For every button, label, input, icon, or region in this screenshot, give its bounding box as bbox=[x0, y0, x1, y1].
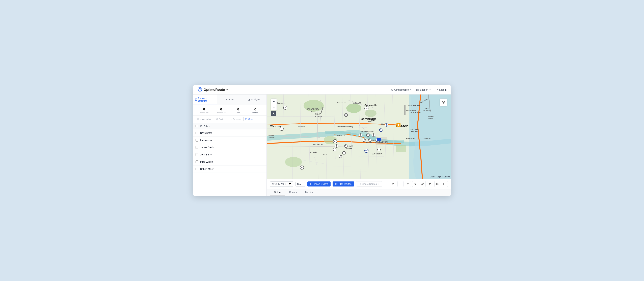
driver-row-2[interactable]: Ian Johnson bbox=[193, 137, 266, 144]
driver-checkbox-5[interactable] bbox=[196, 160, 198, 163]
tab-plan-optimize[interactable]: Plan and Optimize bbox=[193, 95, 217, 105]
driver-checkbox-2[interactable] bbox=[196, 139, 198, 142]
nav-tabs: Plan and Optimize Live bbox=[193, 95, 266, 105]
transit-marker-14: T bbox=[379, 128, 382, 132]
transit-marker-11: T bbox=[338, 155, 342, 158]
svg-point-47 bbox=[346, 104, 362, 113]
toolbar: Unschedule Switch Reverse bbox=[193, 116, 266, 123]
driver-row-5[interactable]: Mike Wilson bbox=[193, 158, 266, 165]
branch-tool-button[interactable] bbox=[427, 181, 433, 187]
share-routes-chevron: ▼ bbox=[378, 183, 379, 185]
driver-checkbox-4[interactable] bbox=[196, 153, 198, 156]
driver-checkbox-3[interactable] bbox=[196, 146, 198, 149]
tab-analytics[interactable]: Analytics bbox=[242, 95, 266, 105]
driver-row-1[interactable]: Dave Smith bbox=[193, 129, 266, 137]
select-all-checkbox[interactable] bbox=[196, 125, 198, 127]
unscheduled-value: 0 bbox=[213, 107, 230, 111]
zoom-in-button[interactable]: + bbox=[271, 99, 276, 104]
bottom-tabs-bar: Orders Routes Timeline bbox=[267, 189, 451, 196]
svg-line-62 bbox=[360, 183, 360, 184]
topbar: OptimoRoute™ Administration ▼ Support ▼ bbox=[193, 85, 451, 95]
plan-routes-button[interactable]: Plan Routes bbox=[332, 181, 354, 186]
svg-rect-19 bbox=[200, 126, 202, 127]
svg-point-48 bbox=[365, 110, 376, 117]
svg-point-8 bbox=[417, 90, 417, 90]
route-tool-button[interactable] bbox=[420, 181, 426, 187]
zoom-out-button[interactable]: − bbox=[271, 104, 276, 110]
plan-routes-label: Plan Routes bbox=[338, 183, 351, 185]
route-circle-20: 20 bbox=[333, 139, 337, 143]
driver-row-6[interactable]: Robert Miller bbox=[193, 165, 266, 173]
stats-row: 0 Scheduled 0 Unscheduled 0 Total 0 Rout… bbox=[193, 105, 266, 116]
logout-button[interactable]: Logout bbox=[436, 89, 446, 91]
import-orders-button[interactable]: Import Orders bbox=[308, 181, 330, 186]
svg-rect-15 bbox=[248, 100, 248, 101]
lock-tool-button[interactable] bbox=[398, 181, 404, 187]
switch-button[interactable]: Switch bbox=[214, 117, 227, 121]
svg-rect-16 bbox=[249, 99, 249, 101]
driver-name-1: Dave Smith bbox=[200, 132, 212, 134]
map-draw-button[interactable] bbox=[271, 111, 276, 116]
bottom-action-bar: Day Import Orders Plan Routes bbox=[267, 179, 451, 189]
logo-tm: ™ bbox=[226, 89, 228, 91]
svg-rect-7 bbox=[416, 89, 419, 91]
route-circle-28: 28 bbox=[283, 106, 287, 110]
day-select[interactable]: Day bbox=[295, 182, 306, 186]
tab-routes[interactable]: Routes bbox=[285, 189, 301, 196]
map-svg bbox=[267, 95, 451, 179]
tab-orders[interactable]: Orders bbox=[270, 189, 285, 196]
driver-row-4[interactable]: John Barry bbox=[193, 151, 266, 158]
refresh-tool-button[interactable] bbox=[390, 181, 396, 187]
import-orders-label: Import Orders bbox=[314, 183, 328, 185]
svg-rect-22 bbox=[267, 95, 409, 179]
transit-marker-2: T bbox=[366, 133, 370, 137]
transit-blue-icon: T bbox=[377, 138, 381, 141]
unschedule-button[interactable]: Unschedule bbox=[195, 117, 213, 121]
map-container[interactable]: Waverley SQUARE Somerville STRAWBERRYHIL… bbox=[267, 95, 451, 179]
tab-analytics-label: Analytics bbox=[251, 98, 260, 101]
map-layers-button[interactable] bbox=[440, 99, 447, 106]
support-label: Support bbox=[420, 89, 428, 91]
driver-name-6: Robert Miller bbox=[200, 168, 214, 170]
copy-label: Copy bbox=[248, 118, 253, 120]
copy-button[interactable]: Copy bbox=[243, 117, 255, 121]
stat-routes: 0 Routes bbox=[247, 107, 264, 114]
unscheduled-label: Unscheduled bbox=[213, 112, 230, 114]
transit-marker-5: T bbox=[368, 138, 372, 142]
tab-timeline[interactable]: Timeline bbox=[301, 189, 318, 196]
svg-rect-17 bbox=[250, 99, 250, 101]
total-label: Total bbox=[230, 112, 247, 114]
panel-tool-button[interactable] bbox=[442, 181, 448, 187]
svg-point-44 bbox=[304, 100, 324, 112]
topbar-right: Administration ▼ Support ▼ Logout bbox=[390, 89, 446, 91]
driver-checkbox-1[interactable] bbox=[196, 132, 198, 134]
driver-row-3[interactable]: James Davis bbox=[193, 144, 266, 151]
support-chevron: ▼ bbox=[429, 89, 431, 91]
administration-button[interactable]: Administration ▼ bbox=[390, 89, 412, 91]
marker-tool-button[interactable] bbox=[412, 181, 418, 187]
route-circle-90: 90 bbox=[364, 149, 368, 153]
scheduled-value: 0 bbox=[196, 107, 213, 111]
unschedule-label: Unschedule bbox=[200, 118, 212, 120]
pin-tool-button[interactable] bbox=[405, 181, 411, 187]
tab-live[interactable]: Live bbox=[217, 95, 242, 105]
driver-list-header: Driver bbox=[193, 123, 266, 129]
support-button[interactable]: Support ▼ bbox=[416, 89, 431, 91]
globe-tool-button[interactable] bbox=[434, 181, 440, 187]
date-picker[interactable] bbox=[270, 181, 293, 187]
svg-point-61 bbox=[360, 184, 361, 185]
boston-star-marker bbox=[396, 122, 401, 128]
driver-checkbox-6[interactable] bbox=[196, 168, 198, 170]
transit-marker-4: T bbox=[362, 138, 366, 142]
transit-marker-1: T bbox=[359, 133, 362, 137]
logo-text: OptimoRoute bbox=[204, 88, 225, 92]
share-routes-label: Share Routes bbox=[362, 183, 377, 185]
tab-live-label: Live bbox=[229, 98, 234, 101]
logo: OptimoRoute™ bbox=[198, 87, 228, 93]
reverse-button[interactable]: Reverse bbox=[228, 117, 242, 121]
share-routes-button[interactable]: Share Routes ▼ bbox=[356, 181, 382, 187]
app-window: OptimoRoute™ Administration ▼ Support ▼ bbox=[193, 85, 451, 196]
svg-point-60 bbox=[360, 183, 361, 184]
svg-rect-76 bbox=[444, 183, 446, 185]
driver-list: Dave Smith Ian Johnson James Davis John … bbox=[193, 129, 266, 196]
